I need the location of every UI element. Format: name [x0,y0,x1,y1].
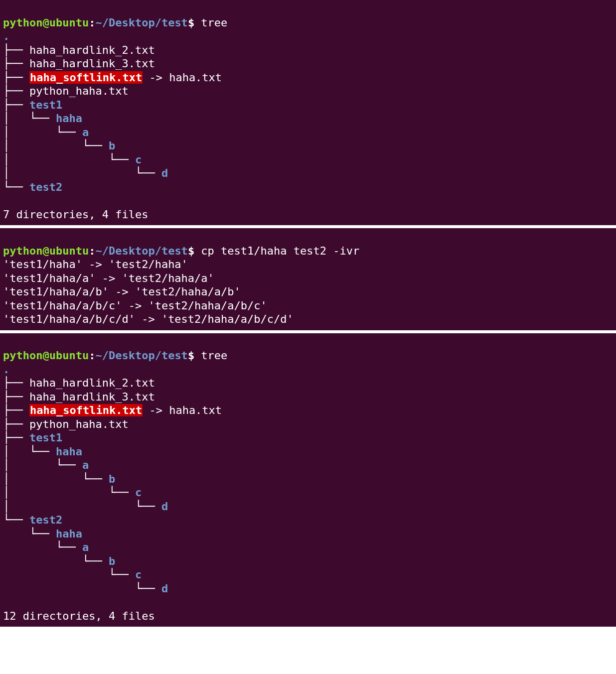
dir-c: c [135,153,142,166]
tree-branch [56,139,82,152]
tree-branch [3,568,29,581]
dir-d: d [161,500,168,513]
tree-branch [3,555,29,567]
file-python-haha: python_haha.txt [29,85,129,97]
tree-branch: │ [3,126,29,138]
file-python-haha: python_haha.txt [29,418,129,430]
tree-branch: └── [109,153,135,166]
tree-branch: └── [3,514,29,526]
tree-branch: ├── [3,391,29,403]
prompt-line[interactable]: python@ubuntu:~/Desktop/test$ tree [3,349,227,362]
prompt-dollar: $ [188,245,194,257]
cp-output-line: 'test1/haha/a/b/c' -> 'test2/haha/a/b/c' [3,299,267,312]
tree-branch: ├── [3,99,29,111]
tree-branch: └── [56,541,82,553]
tree-branch [82,167,109,179]
file-hardlink2: haha_hardlink_2.txt [29,44,155,56]
dir-a: a [82,126,89,138]
tree-branch: ├── [3,57,29,70]
cp-output-line: 'test1/haha/a/b/c/d' -> 'test2/haha/a/b/… [3,313,294,325]
file-hardlink3: haha_hardlink_3.txt [29,391,155,403]
tree-branch [56,555,82,567]
tree-branch [82,500,109,513]
tree-branch [29,500,56,513]
tree-branch: └── [135,582,161,595]
tree-branch [82,582,109,595]
tree-branch: ├── [3,404,29,416]
tree-branch [29,153,56,166]
tree-branch: │ [3,486,29,499]
tree-branch: └── [56,126,82,138]
dir-c: c [135,568,142,581]
tree-branch: └── [82,473,109,485]
prompt-path: ~/Desktop/test [95,245,187,257]
tree-branch [3,582,29,595]
tree-branch: │ [3,167,29,179]
tree-branch: └── [56,459,82,471]
file-hardlink2: haha_hardlink_2.txt [29,377,155,389]
prompt-colon: : [89,245,95,257]
tree-branch [56,486,82,499]
prompt-user-host: python@ubuntu [3,349,89,362]
tree-branch [29,568,56,581]
arrow-icon: -> [143,71,169,84]
tree-branch: └── [82,555,109,567]
tree-branch: └── [29,445,56,458]
tree-branch: └── [109,486,135,499]
tree-branch [109,582,135,595]
tree-branch: └── [29,528,56,540]
tree-branch: └── [135,167,161,179]
tree-branch [56,153,82,166]
prompt-path: ~/Desktop/test [95,349,187,362]
tree-branch: └── [82,139,109,152]
terminal-block-2: python@ubuntu:~/Desktop/test$ cp test1/h… [0,228,616,330]
cp-output-line: 'test1/haha/a/b' -> 'test2/haha/a/b' [3,285,241,298]
dir-d: d [161,582,168,595]
prompt-line[interactable]: python@ubuntu:~/Desktop/test$ tree [3,16,227,29]
tree-branch [29,582,56,595]
command-cp: cp test1/haha test2 -ivr [194,245,359,257]
prompt-line[interactable]: python@ubuntu:~/Desktop/test$ cp test1/h… [3,245,359,257]
dir-test2: test2 [29,514,62,526]
cp-output-line: 'test1/haha' -> 'test2/haha' [3,258,188,270]
tree-branch [3,541,29,553]
tree-branch [3,528,29,540]
command-tree: tree [194,16,227,29]
tree-branch: ├── [3,431,29,444]
dir-test1: test1 [29,431,62,444]
file-hardlink3: haha_hardlink_3.txt [29,57,155,70]
dir-haha: haha [56,445,82,458]
file-softlink: haha_softlink.txt [29,404,143,416]
tree-branch: ├── [3,377,29,389]
tree-branch: └── [109,568,135,581]
command-tree: tree [194,349,227,362]
dir-b: b [109,555,115,567]
tree-branch: └── [29,112,56,125]
tree-branch: │ [3,153,29,166]
tree-branch: │ [3,473,29,485]
prompt-user-host: python@ubuntu [3,245,89,257]
tree-branch: ├── [3,71,29,84]
softlink-target: haha.txt [169,404,222,416]
tree-branch: ├── [3,44,29,56]
tree-summary: 7 directories, 4 files [3,208,148,221]
tree-branch [29,486,56,499]
tree-branch [82,486,109,499]
tree-branch [29,473,56,485]
tree-branch [109,500,135,513]
dir-b: b [109,139,115,152]
dir-test1: test1 [29,99,62,111]
tree-branch [29,541,56,553]
tree-branch: └── [135,500,161,513]
tree-branch [56,582,82,595]
prompt-colon: : [89,349,95,362]
prompt-user-host: python@ubuntu [3,16,89,29]
tree-branch [29,555,56,567]
tree-branch: └── [3,181,29,193]
tree-summary: 12 directories, 4 files [3,610,155,622]
prompt-colon: : [89,16,95,29]
dir-b: b [109,473,115,485]
tree-branch [56,568,82,581]
file-softlink: haha_softlink.txt [29,71,143,84]
tree-branch: ├── [3,85,29,97]
